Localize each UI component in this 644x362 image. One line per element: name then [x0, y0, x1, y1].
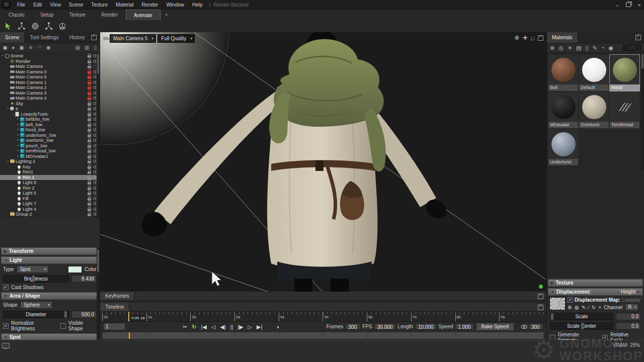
- left-panel-tab[interactable]: History: [64, 32, 91, 43]
- material-tile[interactable]: Hood: [610, 55, 639, 91]
- workspace-tab[interactable]: Setup: [33, 10, 61, 20]
- disp-scale-value[interactable]: 0.0: [616, 313, 641, 320]
- minimize-button[interactable]: –: [615, 2, 618, 8]
- diameter-slider[interactable]: Diameter: [3, 311, 69, 318]
- viewport-settings-gear-icon[interactable]: ⚙: [514, 35, 519, 41]
- lock-icon[interactable]: [87, 127, 92, 132]
- workspace-tab[interactable]: +: [160, 10, 173, 20]
- lock-icon[interactable]: [87, 212, 92, 217]
- close-button[interactable]: ×: [638, 2, 641, 8]
- lock-icon[interactable]: [87, 96, 92, 101]
- lock-icon[interactable]: [87, 53, 92, 58]
- visible-shape-checkbox[interactable]: [60, 323, 66, 329]
- tree-row[interactable]: Group 2: [0, 212, 100, 217]
- play-reverse-button[interactable]: ◁: [211, 322, 215, 331]
- render-preview-button[interactable]: ◑: [276, 322, 279, 331]
- materials-popout-icon[interactable]: [635, 35, 641, 40]
- lock-icon[interactable]: [87, 196, 92, 201]
- map-tool-icon[interactable]: [582, 305, 586, 310]
- map-tool-icon[interactable]: [598, 305, 601, 310]
- materials-toolbar-icon[interactable]: [568, 44, 572, 52]
- tree-row[interactable]: Key: [0, 164, 100, 170]
- area-shape-section-header[interactable]: ▼Area / Shape: [1, 292, 99, 300]
- tree-row[interactable]: Main Camera 3: [0, 90, 100, 96]
- menu-item[interactable]: Texture: [88, 0, 111, 10]
- disp-scale-slider[interactable]: Scale: [550, 313, 613, 320]
- tree-expand-toggle[interactable]: +: [16, 117, 20, 122]
- shape-dropdown[interactable]: Sphere: [20, 301, 52, 309]
- lock-icon[interactable]: [87, 201, 92, 206]
- scene-toolbar-icon[interactable]: [94, 44, 97, 52]
- viewport-3d[interactable]: Main Camera 5 Full Quality ⚙ ✛ □: [100, 32, 546, 292]
- lock-icon[interactable]: [87, 180, 92, 185]
- brightness-value[interactable]: 8.438: [71, 275, 97, 283]
- lock-icon[interactable]: [87, 74, 92, 79]
- viewport-maximize-icon[interactable]: □: [531, 35, 534, 41]
- lock-icon[interactable]: [87, 106, 92, 111]
- scene-toolbar-icon[interactable]: [75, 44, 80, 52]
- tree-row[interactable]: Rim 1: [0, 175, 100, 180]
- scene-toolbar-icon[interactable]: [12, 44, 15, 52]
- menu-item[interactable]: Help: [189, 0, 206, 10]
- tree-expand-toggle[interactable]: +: [16, 148, 20, 154]
- tree-row[interactable]: + MDAvatar1: [0, 154, 100, 159]
- materials-tab[interactable]: Materials: [547, 32, 578, 43]
- left-panel-tab[interactable]: Scene: [0, 32, 25, 43]
- materials-toolbar-icon[interactable]: [601, 44, 605, 52]
- tree-row[interactable]: Light 6: [0, 180, 100, 186]
- tree-row[interactable]: + belt_low: [0, 122, 100, 128]
- tree-row[interactable]: + undertunic_low: [0, 133, 100, 138]
- disp-center-slider[interactable]: Scale Center: [550, 322, 613, 330]
- step-back-button[interactable]: ◀|: [220, 322, 225, 331]
- tree-expand-toggle[interactable]: +: [16, 122, 20, 128]
- universal-tool-icon[interactable]: [57, 21, 67, 31]
- scene-toolbar-icon[interactable]: [29, 44, 33, 52]
- workspace-tab[interactable]: Animate: [126, 10, 160, 20]
- popout-icon[interactable]: [91, 35, 97, 40]
- lock-icon[interactable]: [87, 207, 92, 212]
- tree-row[interactable]: Fill: [0, 196, 100, 202]
- lock-icon[interactable]: [87, 59, 92, 64]
- lock-icon[interactable]: [87, 159, 92, 164]
- skip-start-button[interactable]: |◀: [201, 322, 206, 331]
- lock-icon[interactable]: [87, 154, 92, 159]
- material-tile[interactable]: Belt: [548, 55, 578, 91]
- displacement-map-checkbox[interactable]: [568, 297, 573, 303]
- left-panel-tab[interactable]: Tool Settings: [25, 32, 64, 43]
- lock-icon[interactable]: [87, 191, 92, 196]
- tree-row[interactable]: Light 4: [0, 207, 100, 212]
- tree-row[interactable]: Main Camera: [0, 64, 100, 69]
- tree-expand-toggle[interactable]: −: [6, 159, 10, 164]
- lock-icon[interactable]: [87, 164, 92, 169]
- link-icon[interactable]: [521, 325, 526, 329]
- scene-toolbar-icon[interactable]: [85, 44, 89, 52]
- lock-icon[interactable]: [87, 112, 92, 117]
- tree-expand-toggle[interactable]: +: [16, 143, 20, 149]
- diameter-value[interactable]: 500.0: [71, 311, 97, 318]
- lock-icon[interactable]: [87, 117, 92, 122]
- lock-icon[interactable]: [87, 175, 92, 180]
- tree-row[interactable]: Light 5: [0, 191, 100, 196]
- tree-expand-toggle[interactable]: −: [6, 106, 10, 112]
- tree-row[interactable]: Rim1: [0, 169, 100, 175]
- tree-row[interactable]: Main Camera 5: [0, 74, 100, 80]
- camera-select-dropdown[interactable]: Main Camera 5: [110, 34, 156, 43]
- tree-row[interactable]: Rim 2: [0, 186, 100, 191]
- timeline-ruler[interactable]: 0s 1s 2s 3s 4s 5s 6s 7s 8s 9s 0:00.18: [100, 312, 546, 322]
- materials-toolbar-icon[interactable]: [593, 44, 597, 52]
- step-forward-button[interactable]: |▶: [237, 322, 243, 331]
- tree-row[interactable]: + beltbits_low: [0, 117, 100, 122]
- tree-row[interactable]: − Scene: [0, 53, 100, 59]
- speed-input[interactable]: 1.000: [455, 323, 473, 330]
- keyframes-tab[interactable]: Keyframes: [100, 292, 135, 300]
- materials-toolbar-icon[interactable]: [558, 44, 564, 52]
- track-playhead[interactable]: [129, 332, 130, 339]
- menu-item[interactable]: Window: [163, 0, 188, 10]
- material-tile[interactable]: MDavatar: [548, 92, 578, 128]
- viewport-popout-icon[interactable]: [538, 35, 543, 41]
- cast-shadows-checkbox[interactable]: [3, 285, 9, 290]
- tree-expand-toggle[interactable]: −: [11, 112, 15, 117]
- tree-row[interactable]: + overtunic_low: [0, 138, 100, 143]
- scene-toolbar-icon[interactable]: [19, 44, 24, 52]
- lock-icon[interactable]: [87, 90, 92, 96]
